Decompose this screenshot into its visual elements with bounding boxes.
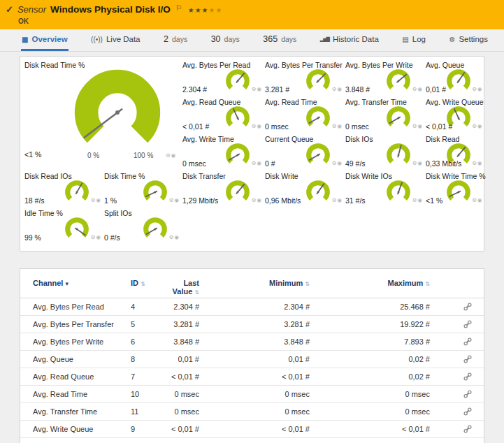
column-header-channel[interactable]: Channel▾: [33, 279, 131, 298]
gauge-action-icons[interactable]: ⚙◉: [412, 160, 423, 166]
cell-id: 4: [131, 303, 163, 311]
pin-icon[interactable]: ◉: [337, 123, 343, 129]
channel-settings-wrench-icon[interactable]: [463, 372, 473, 382]
gauge-action-icons[interactable]: ⚙◉: [91, 234, 101, 240]
gauge-value: 0 #/s: [104, 233, 120, 242]
pin-icon[interactable]: ◉: [96, 234, 101, 240]
pin-icon[interactable]: ◉: [417, 86, 423, 92]
gear-icon[interactable]: ⚙: [472, 123, 477, 129]
gear-icon[interactable]: ⚙: [472, 160, 477, 166]
tab-historic-data[interactable]: ▂▅▇Historic Data: [319, 29, 380, 51]
gauge-disk-transfer: Disk Transfer 1,29 Mbit/s ⚙◉: [182, 172, 265, 209]
gauge-action-icons[interactable]: ⚙◉: [166, 152, 176, 159]
cell-minimum: 0 msec: [199, 390, 310, 398]
column-header-actions: [430, 279, 473, 298]
gauge-value: 1 %: [104, 196, 117, 205]
gear-icon[interactable]: ⚙: [472, 86, 477, 92]
tab-30-days[interactable]: 30days: [210, 29, 240, 51]
priority-stars[interactable]: ★★★★★: [188, 3, 223, 16]
gauge-dial: [142, 179, 168, 205]
pin-icon[interactable]: ◉: [257, 197, 262, 203]
column-header-minimum[interactable]: Minimum⇅: [199, 279, 310, 298]
gauge-action-icons[interactable]: ⚙◉: [472, 86, 482, 92]
gauge-value: 0 msec: [182, 159, 206, 168]
pin-icon[interactable]: ◉: [337, 197, 343, 203]
channel-row[interactable]: Avg. Read Queue 7 < 0,01 # < 0,01 # 0,02…: [20, 368, 484, 386]
gear-icon[interactable]: ⚙: [472, 197, 477, 203]
pin-icon[interactable]: ◉: [477, 123, 483, 129]
cell-last-value: 2.304 #: [163, 303, 199, 311]
gauge-dial: [385, 68, 412, 94]
pin-icon[interactable]: ◉: [337, 160, 343, 166]
pin-icon[interactable]: ◉: [477, 160, 483, 166]
gauge-action-icons[interactable]: ⚙◉: [412, 197, 423, 203]
pin-icon[interactable]: ◉: [417, 123, 423, 129]
cell-id: 8: [131, 355, 163, 363]
channel-settings-wrench-icon[interactable]: [463, 407, 473, 416]
gauge-action-icons[interactable]: ⚙◉: [332, 160, 343, 166]
tab-2-days[interactable]: 2days: [163, 29, 188, 51]
cell-actions: [430, 407, 473, 416]
tab-365-days[interactable]: 365days: [262, 29, 297, 51]
tab-settings[interactable]: ⚙Settings: [448, 29, 489, 51]
channel-row[interactable]: Avg. Transfer Time 11 0 msec 0 msec 0 ms…: [20, 403, 484, 421]
pin-icon[interactable]: ◉: [174, 197, 180, 203]
tab-log[interactable]: ▤Log: [401, 29, 426, 51]
tab-overview[interactable]: ▦Overview: [21, 29, 69, 51]
gauge-action-icons[interactable]: ⚙◉: [252, 160, 262, 166]
gauges-panel: Disk Read Time % <1 % 0 % 100 % ⚙◉ Avg. …: [20, 56, 484, 252]
gauge-action-icons[interactable]: ⚙◉: [252, 86, 262, 92]
channel-settings-wrench-icon[interactable]: [463, 319, 473, 329]
gauge-action-icons[interactable]: ⚙◉: [169, 234, 180, 240]
gauge-action-icons[interactable]: ⚙◉: [252, 123, 262, 129]
flag-icon[interactable]: ⚐: [175, 2, 182, 13]
gauge-action-icons[interactable]: ⚙◉: [332, 123, 343, 129]
channel-row[interactable]: Avg. Bytes Per Write 6 3.848 # 3.848 # 7…: [20, 333, 484, 351]
gauge-action-icons[interactable]: ⚙◉: [91, 197, 101, 203]
gauge-action-icons[interactable]: ⚙◉: [472, 197, 482, 203]
gauge-disk-write-ios: Disk Write IOs 31 #/s ⚙◉: [345, 172, 426, 209]
channel-settings-wrench-icon[interactable]: [463, 424, 473, 434]
pin-icon[interactable]: ◉: [174, 234, 180, 240]
gauge-disk-read: Disk Read 0,33 Mbit/s ⚙◉: [426, 135, 486, 172]
channel-settings-wrench-icon[interactable]: [463, 337, 473, 347]
pin-icon[interactable]: ◉: [477, 86, 483, 92]
gauge-action-icons[interactable]: ⚙◉: [252, 197, 262, 203]
gauge-grid: Disk Read Time % <1 % 0 % 100 % ⚙◉ Avg. …: [24, 61, 480, 246]
pin-icon[interactable]: ◉: [96, 197, 101, 203]
gauge-action-icons[interactable]: ⚙◉: [169, 197, 180, 203]
pin-icon[interactable]: ◉: [337, 86, 343, 92]
gauge-action-icons[interactable]: ⚙◉: [332, 86, 343, 92]
channel-row[interactable]: Avg. Bytes Per Transfer 5 3.281 # 3.281 …: [20, 316, 484, 333]
cell-maximum: 19.922 #: [310, 320, 430, 328]
channel-row[interactable]: Avg. Write Queue 9 < 0,01 # < 0,01 # < 0…: [20, 421, 484, 438]
column-header-maximum[interactable]: Maximum⇅: [310, 279, 430, 298]
gear-icon[interactable]: ⚙: [166, 152, 171, 159]
gauge-action-icons[interactable]: ⚙◉: [412, 86, 423, 92]
cell-actions: [430, 372, 473, 382]
gauge-avg-bytes-per-transfer: Avg. Bytes Per Transfer 3.281 # ⚙◉: [265, 61, 345, 98]
gauge-action-icons[interactable]: ⚙◉: [472, 160, 482, 166]
gauge-action-icons[interactable]: ⚙◉: [472, 123, 482, 129]
cell-channel: Avg. Read Time: [33, 390, 131, 398]
channel-settings-wrench-icon[interactable]: [463, 354, 473, 364]
pin-icon[interactable]: ◉: [417, 160, 423, 166]
channel-row[interactable]: Avg. Queue 8 0,01 # 0,01 # 0,02 #: [20, 351, 484, 368]
column-header-last-value[interactable]: Last Value⇅: [163, 279, 199, 298]
gauge-action-icons[interactable]: ⚙◉: [332, 197, 343, 203]
gauge-action-icons[interactable]: ⚙◉: [412, 123, 423, 129]
pin-icon[interactable]: ◉: [477, 197, 483, 203]
pin-icon[interactable]: ◉: [257, 160, 262, 166]
channel-row[interactable]: Avg. Bytes Per Read 4 2.304 # 2.304 # 25…: [20, 298, 484, 316]
pin-icon[interactable]: ◉: [257, 86, 262, 92]
pin-icon[interactable]: ◉: [257, 123, 262, 129]
channel-settings-wrench-icon[interactable]: [463, 389, 473, 399]
pin-icon[interactable]: ◉: [417, 197, 423, 203]
channel-row[interactable]: Avg. Read Time 10 0 msec 0 msec 0 msec: [20, 386, 484, 403]
channel-settings-wrench-icon[interactable]: [463, 302, 473, 312]
column-header-id[interactable]: ID⇅: [131, 279, 163, 298]
pin-icon[interactable]: ◉: [171, 152, 177, 159]
cell-actions: [430, 389, 473, 399]
tab-live-data[interactable]: ((•))Live Data: [90, 29, 141, 51]
gauge-dial: [305, 179, 331, 205]
